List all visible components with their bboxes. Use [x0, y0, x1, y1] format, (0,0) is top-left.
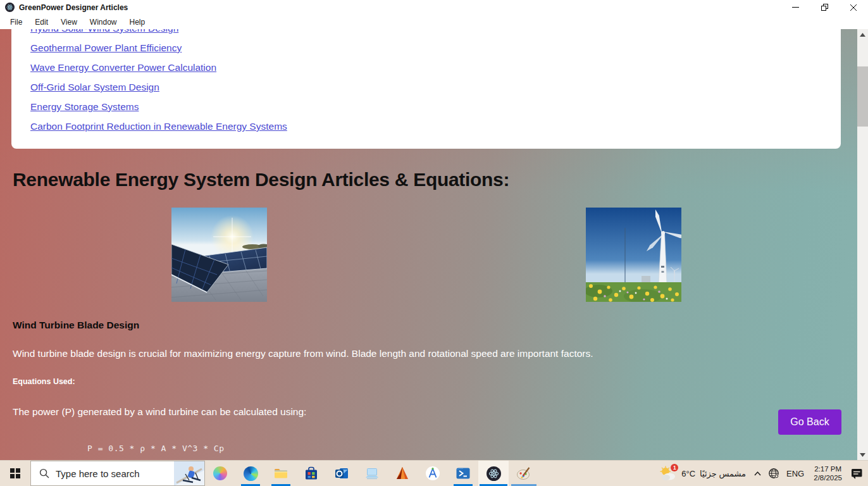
vertical-scrollbar[interactable]	[857, 29, 868, 460]
file-explorer-icon	[273, 466, 288, 481]
temperature-text: 6°C	[681, 469, 695, 478]
menu-bar: File Edit View Window Help	[0, 15, 868, 29]
taskbar-app-file-explorer[interactable]	[266, 461, 296, 486]
link-offgrid-solar[interactable]: Off-Grid Solar System Design	[30, 77, 159, 97]
close-button[interactable]	[839, 0, 868, 15]
network-globe-button[interactable]	[768, 468, 779, 479]
taskbar-app-edge[interactable]	[235, 461, 266, 486]
hidden-icons-button[interactable]	[753, 470, 762, 477]
power-equation: P = 0.5 * ρ * A * V^3 * Cp	[87, 444, 225, 453]
taskbar-app-outlook[interactable]	[326, 461, 357, 486]
outlook-icon	[334, 466, 349, 481]
windows-logo-icon	[10, 468, 20, 478]
equation-intro-text: The power (P) generated by a wind turbin…	[13, 406, 306, 418]
greenpower-atom-icon	[487, 466, 501, 481]
taskbar-app-matlab[interactable]	[387, 461, 418, 486]
menu-view[interactable]: View	[54, 15, 84, 29]
equations-used-label: Equations Used:	[13, 377, 75, 386]
article-title: Wind Turbine Blade Design	[13, 320, 139, 331]
menu-window[interactable]: Window	[84, 15, 123, 29]
laptop-icon	[364, 466, 380, 481]
link-geothermal-efficiency[interactable]: Geothermal Power Plant Efficiency	[30, 38, 182, 58]
window-titlebar: GreenPower Designer Articles	[0, 0, 868, 15]
weather-condition-text: مشمس جزئيًا	[700, 469, 746, 478]
minimize-button[interactable]	[781, 0, 810, 15]
copilot-icon	[213, 466, 227, 480]
powershell-icon	[456, 466, 471, 481]
restore-icon	[821, 4, 828, 11]
weather-notification-badge: 1	[671, 464, 678, 471]
taskbar-apps	[205, 461, 539, 486]
scrollbar-thumb[interactable]	[857, 66, 868, 127]
weather-widget[interactable]: 1 6°C مشمس جزئيًا	[659, 465, 747, 482]
microsoft-store-icon	[304, 466, 319, 481]
search-icon	[39, 468, 49, 478]
search-placeholder: Type here to search	[56, 468, 140, 479]
wind-turbine-image	[586, 208, 681, 302]
search-highlight-art	[174, 461, 204, 485]
app-designer-icon	[425, 466, 440, 481]
taskbar-app-paint[interactable]	[509, 461, 539, 486]
taskbar-app-remote-desktop[interactable]	[357, 461, 387, 486]
app-atom-icon	[5, 3, 15, 12]
taskbar-app-app-designer[interactable]	[418, 461, 448, 486]
language-indicator[interactable]: ENG	[785, 469, 805, 478]
triangle-down-icon	[860, 453, 865, 457]
window-title: GreenPower Designer Articles	[19, 3, 128, 12]
go-back-button[interactable]: Go Back	[778, 409, 841, 435]
page-title: Renewable Energy System Design Articles …	[13, 168, 509, 191]
system-tray: 1 6°C مشمس جزئيًا ENG 2:17 PM 2/8/2025	[659, 461, 868, 486]
chevron-up-icon	[753, 470, 762, 477]
minimize-icon	[792, 7, 799, 8]
scrollbar-down-button[interactable]	[857, 449, 868, 460]
menu-file[interactable]: File	[4, 15, 28, 29]
article-description: Wind turbine blade design is crucial for…	[13, 348, 593, 359]
restore-button[interactable]	[810, 0, 839, 15]
taskbar-app-greenpower[interactable]	[478, 461, 509, 486]
link-hybrid-solar-wind[interactable]: Hybrid Solar-Wind System Design	[30, 29, 178, 38]
article-links-panel: Hybrid Solar-Wind System Design Geotherm…	[11, 29, 841, 149]
scrollbar-up-button[interactable]	[857, 29, 868, 40]
edge-icon	[244, 466, 258, 481]
time-text: 2:17 PM	[814, 464, 841, 473]
link-wave-energy[interactable]: Wave Energy Converter Power Calculation	[30, 58, 216, 77]
globe-icon	[768, 468, 779, 479]
menu-help[interactable]: Help	[123, 15, 152, 29]
date-text: 2/8/2025	[814, 473, 842, 482]
taskbar-app-copilot[interactable]	[205, 461, 235, 486]
solar-panels-image	[171, 208, 267, 302]
notification-icon	[850, 468, 863, 480]
menu-edit[interactable]: Edit	[28, 15, 54, 29]
link-energy-storage[interactable]: Energy Storage Systems	[30, 97, 139, 116]
taskbar: Type here to search	[0, 460, 868, 486]
link-carbon-footprint[interactable]: Carbon Footprint Reduction in Renewable …	[30, 116, 287, 136]
action-center-button[interactable]	[850, 468, 863, 480]
paint-icon	[516, 466, 531, 481]
taskbar-app-microsoft-store[interactable]	[296, 461, 326, 486]
close-icon	[850, 4, 857, 11]
taskbar-search-box[interactable]: Type here to search	[30, 461, 205, 486]
matlab-icon	[395, 466, 410, 481]
clock-widget[interactable]: 2:17 PM 2/8/2025	[811, 464, 845, 482]
start-button[interactable]	[0, 461, 30, 486]
triangle-up-icon	[860, 33, 865, 37]
page-content: Hybrid Solar-Wind System Design Geotherm…	[0, 29, 868, 460]
taskbar-app-powershell[interactable]	[448, 461, 478, 486]
